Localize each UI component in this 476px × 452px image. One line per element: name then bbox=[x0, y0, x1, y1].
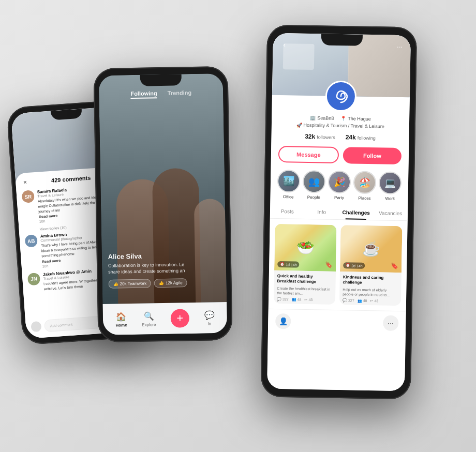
comment-avatar-2: AB bbox=[25, 234, 38, 248]
challenge-bookmark-2[interactable]: 🔖 bbox=[391, 262, 398, 269]
comments-val-2: 327 bbox=[348, 299, 354, 303]
explore-icon: 🔍 bbox=[143, 311, 154, 321]
timer-value-1: 1d 14h bbox=[286, 263, 297, 266]
teamwork-label: 20k Teamwork bbox=[120, 281, 147, 287]
add-comment-avatar bbox=[31, 321, 41, 332]
profile-avatar-wrap bbox=[272, 80, 410, 113]
profile-meta: 🏢 SeaBnB 📍 The Hague bbox=[272, 115, 409, 123]
profile-more-button[interactable]: ··· bbox=[393, 40, 405, 53]
story-people[interactable]: 👥 People bbox=[302, 170, 325, 200]
story-places[interactable]: 🏖️ Places bbox=[353, 171, 377, 201]
challenge-stats-2: 💬 327 👥 48 ↩ 43 bbox=[343, 298, 398, 304]
profile-icon-button[interactable]: 👤 bbox=[275, 313, 291, 329]
shares-icon-2: ↩ bbox=[370, 299, 373, 303]
bottom-more-button[interactable]: ··· bbox=[383, 315, 399, 331]
challenge-bookmark-1[interactable]: 🔖 bbox=[325, 261, 333, 268]
scene: × 429 comments SR Samira Rafaela Travel … bbox=[0, 0, 476, 452]
profile-screen: ‹ Sea BnB ··· bbox=[267, 33, 411, 391]
participants-icon-1: 👥 bbox=[292, 297, 296, 302]
story-work[interactable]: 💻 Work bbox=[379, 171, 402, 201]
timer-icon-2: ⏰ bbox=[346, 263, 350, 267]
rocket-icon: 🚀 bbox=[296, 123, 302, 128]
profile-bio: 🚀 Hospitality & Tourism / Travel & Leisu… bbox=[289, 122, 392, 129]
challenge-shares-2: ↩ 43 bbox=[370, 299, 378, 303]
story-office-img: 🏙️ bbox=[278, 171, 299, 192]
challenge-img-2: ⏰ 2d 14h 🔖 bbox=[340, 225, 403, 273]
nav-home-label: Home bbox=[115, 323, 127, 327]
challenge-info-1: Quick and healthy Breakfast challenge Cr… bbox=[274, 270, 336, 305]
challenge-card-1[interactable]: ⏰ 1d 14h 🔖 Quick and healthy Breakfast c… bbox=[274, 224, 337, 305]
comments-val-1: 327 bbox=[282, 298, 289, 302]
story-people-circle: 👥 bbox=[302, 170, 325, 193]
story-party-label: Party bbox=[334, 195, 344, 200]
feed-navbar: 🏠 Home 🔍 Explore + 💬 In bbox=[102, 302, 227, 335]
challenge-participants-2: 👥 48 bbox=[358, 299, 367, 303]
story-party[interactable]: 🎉 Party bbox=[328, 171, 351, 201]
challenge-comments-2: 💬 327 bbox=[343, 298, 354, 303]
feed-tags: 👍 20k Teamwork 👍 12k Agile bbox=[109, 278, 196, 289]
challenge-comments-1: 💬 327 bbox=[277, 297, 289, 302]
feed-tag-agile[interactable]: 👍 12k Agile bbox=[154, 278, 187, 288]
followers-count: 32k bbox=[305, 133, 315, 140]
tab-posts[interactable]: Posts bbox=[270, 204, 305, 219]
challenge-title-1: Quick and healthy Breakfast challenge bbox=[277, 274, 333, 285]
story-office[interactable]: 🏙️ Office bbox=[277, 170, 300, 200]
comment-avatar-3: JN bbox=[27, 273, 41, 286]
profile-category: Hospitality & Tourism / Travel & Leisure bbox=[303, 123, 384, 129]
comments-title: 429 comments bbox=[51, 175, 91, 184]
tab-vacancies[interactable]: Vacancies bbox=[373, 206, 408, 220]
story-people-img: 👥 bbox=[303, 171, 324, 192]
nav-inbox[interactable]: 💬 In bbox=[204, 310, 215, 326]
timer-value-2: 2d 14h bbox=[351, 264, 363, 267]
story-work-img: 💻 bbox=[380, 172, 401, 193]
create-plus-icon: + bbox=[171, 309, 190, 328]
tab-info[interactable]: Info bbox=[304, 205, 339, 219]
profile-back-button[interactable]: ‹ bbox=[278, 38, 290, 51]
feed-username: Alice Silva bbox=[108, 251, 195, 261]
shares-val-2: 43 bbox=[374, 299, 378, 303]
nav-explore[interactable]: 🔍 Explore bbox=[142, 311, 156, 327]
challenge-card-2[interactable]: ⏰ 2d 14h 🔖 Kindness and caring challenge… bbox=[339, 225, 403, 306]
phone-feed: Following Trending Alice Silva Collabora… bbox=[93, 66, 232, 342]
notch-phone2 bbox=[140, 74, 182, 86]
feed-tab-trending[interactable]: Trending bbox=[168, 89, 192, 98]
nav-inbox-label: In bbox=[207, 321, 211, 326]
feed-tag-teamwork[interactable]: 👍 20k Teamwork bbox=[109, 279, 152, 288]
following-count: 24k bbox=[346, 133, 356, 141]
swirl-icon bbox=[330, 85, 353, 108]
nav-create[interactable]: + bbox=[171, 309, 190, 328]
close-comments-button[interactable]: × bbox=[21, 178, 29, 187]
message-button[interactable]: Message bbox=[278, 146, 339, 163]
story-work-circle: 💻 bbox=[379, 171, 402, 194]
challenge-desc-2: Help out as much of elderly people or pe… bbox=[343, 287, 398, 297]
profile-actions: Message Follow bbox=[271, 146, 409, 165]
story-people-label: People bbox=[307, 195, 320, 200]
profile-bottom-bar: 👤 ··· bbox=[268, 309, 406, 336]
shares-val-1: 43 bbox=[308, 298, 313, 302]
challenge-stats-1: 💬 327 👥 48 ↩ 43 bbox=[277, 297, 332, 303]
inbox-icon: 💬 bbox=[204, 310, 214, 320]
feed-video-bg bbox=[99, 73, 228, 335]
story-office-circle: 🏙️ bbox=[277, 170, 300, 193]
shares-icon-1: ↩ bbox=[304, 298, 307, 302]
nav-home[interactable]: 🏠 Home bbox=[115, 311, 127, 327]
feed-tab-following[interactable]: Following bbox=[130, 90, 157, 99]
phone-profile-screen: ‹ Sea BnB ··· bbox=[267, 33, 411, 391]
teamwork-icon: 👍 bbox=[113, 282, 118, 287]
comments-icon-2: 💬 bbox=[343, 298, 347, 303]
profile-location: 📍 The Hague bbox=[340, 116, 371, 122]
follow-button[interactable]: Follow bbox=[343, 147, 402, 164]
followers-label: followers bbox=[317, 134, 335, 140]
feed-user-info: Alice Silva Collaboration is key to inno… bbox=[108, 251, 196, 289]
challenge-img-1: ⏰ 1d 14h 🔖 bbox=[274, 224, 337, 272]
story-places-img: 🏖️ bbox=[354, 172, 376, 193]
tab-challenges[interactable]: Challenges bbox=[339, 205, 374, 220]
challenge-participants-1: 👥 48 bbox=[292, 297, 302, 302]
comment-avatar-1: SR bbox=[21, 190, 35, 203]
participants-icon-2: 👥 bbox=[358, 299, 362, 303]
building-icon: 🏢 bbox=[310, 115, 316, 120]
story-places-label: Places bbox=[359, 196, 371, 201]
story-office-label: Office bbox=[283, 194, 294, 199]
profile-avatar bbox=[325, 81, 356, 112]
story-work-label: Work bbox=[385, 197, 395, 201]
